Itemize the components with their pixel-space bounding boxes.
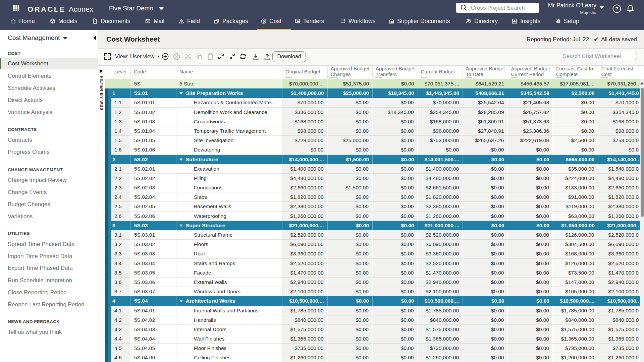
svg-text:?: ?	[615, 6, 618, 11]
svg-text:$: $	[263, 19, 265, 23]
